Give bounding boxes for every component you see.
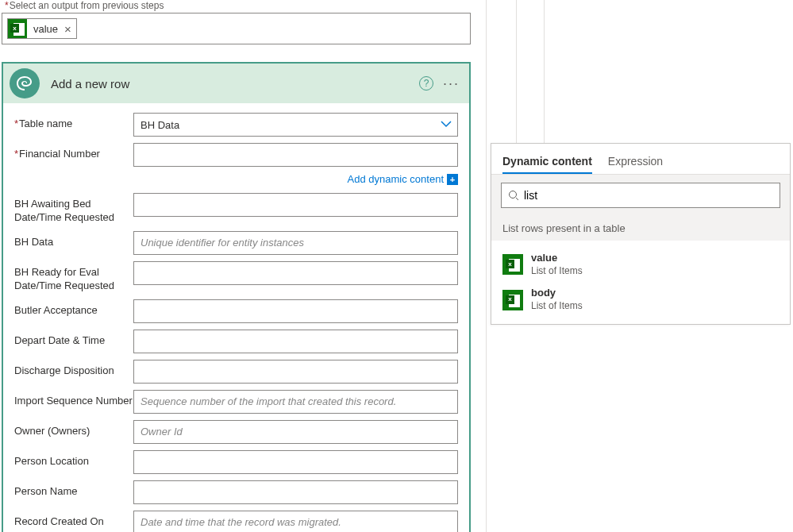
excel-icon (8, 19, 27, 38)
select-output-label: *Select an output from previous steps (0, 0, 472, 13)
field-label: Discharge Disposition (14, 360, 133, 378)
dynamic-item-value[interactable]: value List of Items (491, 247, 790, 282)
divider (516, 0, 517, 143)
divider (544, 0, 545, 143)
person-name-input[interactable] (133, 480, 458, 504)
tab-dynamic-content[interactable]: Dynamic content (502, 150, 592, 174)
action-title: Add a new row (51, 77, 419, 91)
excel-icon (502, 254, 523, 275)
field-label: Butler Acceptance (14, 299, 133, 318)
item-subtitle: List of Items (531, 300, 583, 313)
search-icon (508, 190, 519, 201)
section-header: List rows present in a table (491, 216, 790, 241)
butler-acceptance-input[interactable] (133, 299, 458, 323)
financial-number-input[interactable] (133, 143, 458, 167)
plus-icon: + (447, 174, 458, 185)
chevron-down-icon (441, 118, 452, 129)
owner-input[interactable]: Owner Id (133, 420, 458, 444)
field-label: BH Awaiting Bed Date/Time Requested (14, 193, 133, 225)
field-label: BH Ready for Eval Date/Time Requested (14, 261, 133, 293)
action-card-header[interactable]: Add a new row ? ··· (3, 64, 469, 103)
menu-icon[interactable]: ··· (443, 76, 460, 91)
record-created-input[interactable]: Date and time that the record was migrat… (133, 511, 458, 532)
field-label: Owner (Owners) (14, 420, 133, 438)
svg-line-1 (516, 198, 518, 200)
dynamic-item-body[interactable]: body List of Items (491, 282, 790, 317)
select-output-input[interactable]: value × (2, 13, 471, 44)
close-icon[interactable]: × (63, 23, 76, 35)
import-sequence-input[interactable]: Sequence number of the import that creat… (133, 390, 458, 414)
search-field[interactable] (519, 188, 773, 202)
field-label: Import Sequence Number (14, 390, 133, 408)
item-title: value (531, 252, 583, 265)
item-subtitle: List of Items (531, 265, 583, 278)
bh-ready-eval-input[interactable] (133, 261, 458, 285)
add-dynamic-content-link[interactable]: Add dynamic content + (133, 173, 458, 185)
action-card-add-row: Add a new row ? ··· *Table name BH Data … (2, 62, 471, 532)
field-label-table-name: *Table name (14, 113, 133, 131)
field-label: Depart Date & Time (14, 330, 133, 348)
field-label: Person Location (14, 450, 133, 468)
field-label-financial-number: *Financial Number (14, 143, 133, 161)
depart-date-input[interactable] (133, 330, 458, 353)
item-title: body (531, 287, 583, 300)
person-location-input[interactable] (133, 450, 458, 474)
divider (486, 0, 487, 532)
token-label: value (27, 23, 63, 35)
excel-icon (502, 290, 523, 310)
table-name-select[interactable]: BH Data (133, 113, 458, 137)
tab-expression[interactable]: Expression (608, 150, 663, 174)
token-value[interactable]: value × (7, 18, 77, 39)
help-icon[interactable]: ? (419, 76, 433, 91)
discharge-disposition-input[interactable] (133, 360, 458, 384)
field-label: Record Created On (14, 511, 133, 529)
svg-point-0 (510, 191, 517, 199)
dynamic-content-flyout: Dynamic content Expression List rows pre… (491, 143, 791, 325)
field-label: BH Data (14, 231, 133, 249)
field-label: Person Name (14, 480, 133, 499)
search-input[interactable] (501, 183, 780, 208)
dataverse-icon (10, 68, 40, 98)
bh-awaiting-bed-input[interactable] (133, 193, 458, 217)
bh-data-input[interactable]: Unique identifier for entity instances (133, 231, 458, 255)
